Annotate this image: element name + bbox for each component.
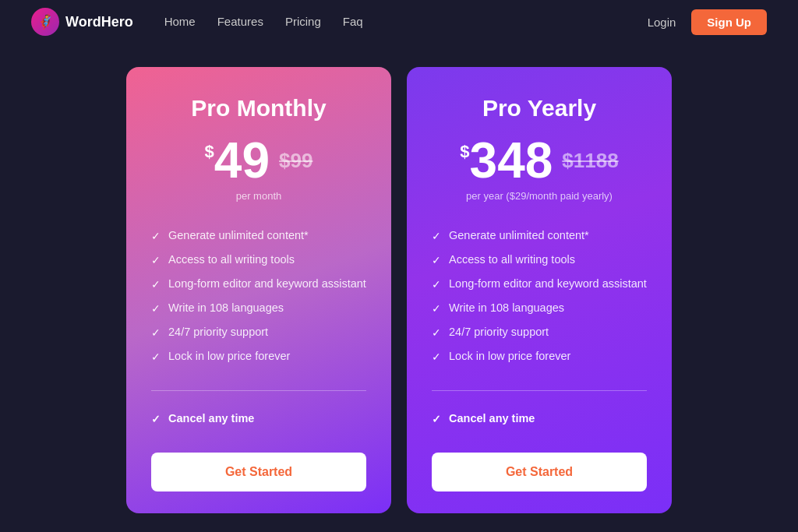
list-item: ✓ 24/7 priority support (151, 320, 366, 344)
check-icon: ✓ (151, 302, 161, 315)
yearly-card: Pro Yearly $ 348 $1188 per year ($29/mon… (407, 67, 672, 513)
list-item: ✓ Write in 108 languages (151, 296, 366, 320)
list-item: ✓ 24/7 priority support (432, 320, 647, 344)
list-item: ✓ Lock in low price forever (151, 344, 366, 368)
check-icon: ✓ (151, 351, 161, 363)
list-item: ✓ Generate unlimited content* (432, 224, 647, 248)
yearly-price-row: $ 348 $1188 (432, 136, 647, 185)
monthly-period: per month (151, 190, 366, 202)
list-item: ✓ Generate unlimited content* (151, 224, 366, 248)
list-item: ✓ Access to all writing tools (151, 248, 366, 272)
monthly-price-number: 49 (214, 136, 270, 185)
check-icon: ✓ (432, 230, 441, 242)
check-icon: ✓ (432, 351, 441, 363)
nav-links: Home Features Pricing Faq (164, 15, 363, 29)
check-icon: ✓ (151, 326, 161, 339)
yearly-features: ✓ Generate unlimited content* ✓ Access t… (432, 224, 647, 368)
check-icon: ✓ (432, 254, 441, 266)
pricing-section: Pro Monthly $ 49 $99 per month ✓ Generat… (0, 44, 798, 532)
list-item: ✓ Cancel any time (151, 407, 366, 431)
yearly-card-title: Pro Yearly (432, 95, 647, 122)
yearly-period: per year ($29/month paid yearly) (432, 190, 647, 202)
yearly-price-main: $ 348 (460, 136, 553, 185)
check-icon: ✓ (432, 326, 441, 339)
logo[interactable]: 🦸 WordHero (31, 8, 133, 36)
nav-faq[interactable]: Faq (343, 15, 363, 28)
login-button[interactable]: Login (648, 16, 676, 29)
monthly-card-title: Pro Monthly (151, 95, 366, 122)
monthly-cta-button[interactable]: Get Started (151, 453, 366, 491)
check-icon: ✓ (432, 278, 441, 291)
navbar: 🦸 WordHero Home Features Pricing Faq Log… (0, 0, 798, 44)
yearly-divider (432, 390, 647, 391)
logo-text: WordHero (65, 14, 133, 30)
check-icon: ✓ (151, 230, 161, 242)
list-item: ✓ Access to all writing tools (432, 248, 647, 272)
monthly-features: ✓ Generate unlimited content* ✓ Access t… (151, 224, 366, 368)
check-icon: ✓ (151, 413, 161, 425)
monthly-divider (151, 390, 366, 391)
list-item: ✓ Long-form editor and keyword assistant (432, 272, 647, 296)
yearly-cancel: ✓ Cancel any time (432, 407, 647, 431)
check-icon: ✓ (151, 278, 161, 291)
check-icon: ✓ (432, 413, 441, 425)
list-item: ✓ Lock in low price forever (432, 344, 647, 368)
monthly-price-row: $ 49 $99 (151, 136, 366, 185)
yearly-price-old: $1188 (562, 149, 618, 173)
yearly-cta-button[interactable]: Get Started (432, 453, 647, 491)
nav-features[interactable]: Features (217, 15, 263, 28)
nav-right: Login Sign Up (648, 9, 767, 35)
check-icon: ✓ (432, 302, 441, 315)
monthly-cancel: ✓ Cancel any time (151, 407, 366, 431)
list-item: ✓ Cancel any time (432, 407, 647, 431)
list-item: ✓ Write in 108 languages (432, 296, 647, 320)
logo-icon: 🦸 (31, 8, 59, 36)
yearly-dollar: $ (460, 142, 469, 162)
monthly-card: Pro Monthly $ 49 $99 per month ✓ Generat… (126, 67, 391, 513)
monthly-price-old: $99 (279, 149, 312, 173)
yearly-price-number: 348 (470, 136, 553, 185)
monthly-price-main: $ 49 (205, 136, 270, 185)
signup-button[interactable]: Sign Up (691, 9, 767, 35)
nav-pricing[interactable]: Pricing (285, 15, 321, 28)
nav-home[interactable]: Home (164, 15, 196, 28)
list-item: ✓ Long-form editor and keyword assistant (151, 272, 366, 296)
check-icon: ✓ (151, 254, 161, 266)
monthly-dollar: $ (205, 142, 214, 162)
